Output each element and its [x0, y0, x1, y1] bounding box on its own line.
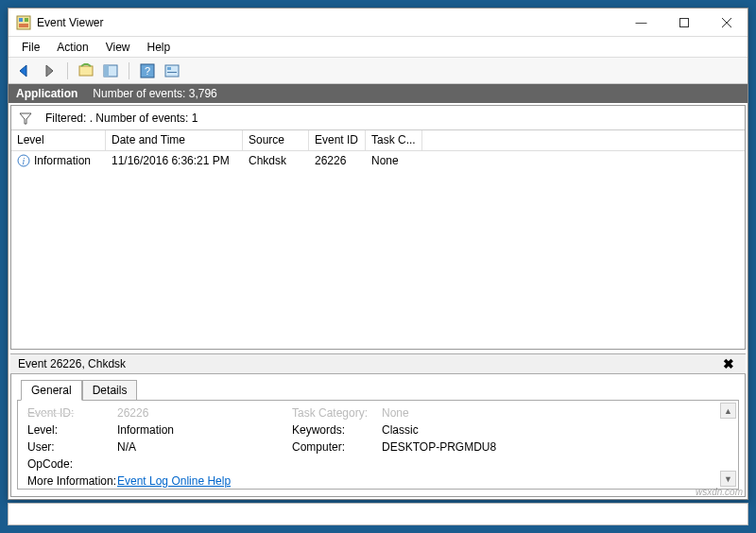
tab-details[interactable]: Details — [82, 380, 138, 401]
value-level: Information — [117, 423, 292, 437]
close-icon — [722, 18, 731, 27]
detail-scroll: ▲ ▼ — [720, 403, 736, 487]
event-log-online-help-link[interactable]: Event Log Online Help — [117, 474, 231, 488]
value-opcode — [117, 457, 292, 471]
svg-rect-15 — [167, 67, 171, 70]
close-detail-button[interactable]: ✖ — [719, 356, 738, 371]
detail-frame: General Details Event ID: 26226 Task Cat… — [10, 374, 746, 497]
forward-icon — [42, 63, 57, 78]
watermark: wsxdn.com — [696, 487, 743, 497]
filter-bar: Filtered: . Number of events: 1 — [11, 106, 745, 130]
svg-rect-4 — [679, 18, 688, 26]
detail-tabs: General Details — [21, 380, 739, 401]
value-taskcat: None — [382, 406, 571, 420]
label-keywords: Keywords: — [292, 423, 382, 437]
label-computer: Computer: — [292, 440, 382, 454]
filter-icon — [19, 112, 32, 125]
value-computer: DESKTOP-PRGMDU8 — [382, 440, 571, 454]
event-list-frame: Filtered: . Number of events: 1 Level Da… — [10, 105, 746, 350]
label-eventid: Event ID: — [27, 406, 117, 420]
show-console-icon — [78, 63, 94, 78]
help-button[interactable]: ? — [137, 60, 158, 81]
toolbar-separator — [129, 62, 129, 79]
app-icon — [16, 15, 31, 30]
value-keywords: Classic — [382, 423, 571, 437]
col-eventid[interactable]: Event ID — [309, 130, 366, 150]
svg-rect-16 — [167, 72, 177, 73]
label-moreinfo: More Information: — [27, 474, 117, 488]
forward-button[interactable] — [39, 60, 60, 81]
log-header-bar: Application Number of events: 3,796 — [9, 84, 747, 103]
tab-content-general: Event ID: 26226 Task Category: None Leve… — [17, 400, 739, 490]
label-opcode: OpCode: — [27, 457, 117, 471]
col-level[interactable]: Level — [11, 130, 106, 150]
menu-bar: File Action View Help — [9, 37, 747, 58]
cell-eventid: 26226 — [309, 154, 366, 167]
maximize-button[interactable] — [662, 9, 705, 36]
menu-help[interactable]: Help — [140, 39, 179, 56]
close-button[interactable] — [705, 9, 747, 36]
menu-file[interactable]: File — [14, 39, 47, 56]
filter-text: Filtered: . Number of events: 1 — [45, 112, 198, 125]
svg-rect-11 — [104, 65, 109, 77]
back-icon — [17, 63, 32, 78]
properties-button[interactable] — [162, 60, 182, 81]
svg-text:i: i — [23, 156, 26, 166]
col-date[interactable]: Date and Time — [106, 130, 243, 150]
content-area: Filtered: . Number of events: 1 Level Da… — [9, 103, 747, 499]
label-taskcat: Task Category: — [292, 406, 382, 420]
info-icon: i — [17, 154, 30, 167]
label-user: User: — [27, 440, 117, 454]
cell-source: Chkdsk — [243, 154, 309, 167]
value-user: N/A — [117, 440, 292, 454]
col-source[interactable]: Source — [243, 130, 309, 150]
svg-rect-14 — [165, 65, 179, 77]
maximize-icon — [679, 18, 689, 27]
detail-grid: Event ID: 26226 Task Category: None Leve… — [27, 406, 729, 488]
minimize-button[interactable]: — — [620, 9, 662, 36]
svg-rect-2 — [25, 18, 28, 22]
svg-rect-9 — [79, 66, 93, 76]
event-list[interactable]: i Information 11/16/2016 6:36:21 PM Chkd… — [11, 151, 745, 349]
svg-rect-3 — [19, 24, 28, 27]
window-title: Event Viewer — [37, 16, 620, 29]
cell-date: 11/16/2016 6:36:21 PM — [106, 154, 243, 167]
label-level: Level: — [27, 423, 117, 437]
cell-level: i Information — [11, 154, 106, 167]
table-row[interactable]: i Information 11/16/2016 6:36:21 PM Chkd… — [11, 151, 745, 170]
toolbar-separator — [67, 62, 68, 79]
column-headers: Level Date and Time Source Event ID Task… — [11, 130, 745, 151]
explorer-button[interactable] — [100, 60, 121, 81]
explorer-icon — [103, 63, 118, 78]
col-task[interactable]: Task C... — [366, 130, 422, 150]
svg-marker-7 — [20, 65, 26, 77]
detail-header: Event 26226, Chkdsk ✖ — [10, 353, 746, 374]
svg-marker-8 — [46, 65, 53, 77]
log-name: Application — [16, 87, 77, 100]
svg-text:?: ? — [145, 65, 150, 77]
show-hide-console-button[interactable] — [76, 60, 96, 81]
help-icon: ? — [140, 63, 155, 78]
title-bar[interactable]: Event Viewer — — [9, 9, 747, 37]
value-eventid: 26226 — [117, 406, 292, 420]
tab-general[interactable]: General — [21, 380, 82, 401]
cell-task: None — [366, 154, 422, 167]
menu-action[interactable]: Action — [49, 39, 95, 56]
svg-marker-17 — [20, 113, 31, 124]
event-count: Number of events: 3,796 — [93, 87, 216, 100]
toolbar: ? — [9, 58, 747, 84]
properties-icon — [164, 63, 180, 78]
scroll-down-button[interactable]: ▼ — [720, 471, 736, 487]
event-viewer-window: Event Viewer — File Action View Help ? — [8, 8, 748, 500]
detail-title: Event 26226, Chkdsk — [18, 357, 126, 370]
scroll-up-button[interactable]: ▲ — [720, 403, 736, 419]
back-button[interactable] — [14, 60, 35, 81]
menu-view[interactable]: View — [98, 39, 138, 56]
svg-rect-1 — [19, 18, 23, 22]
desktop-edge — [8, 503, 748, 525]
